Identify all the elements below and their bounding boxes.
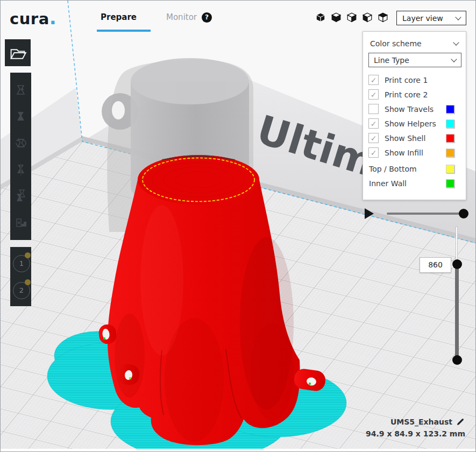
checkbox-show-travels[interactable] [368,104,379,114]
swatch-shell [446,134,454,143]
edit-pencil-icon[interactable] [456,417,465,426]
row-show-travels: Show Travels [368,104,461,115]
chevron-down-icon [455,14,461,20]
scale-tool-icon[interactable] [14,110,28,124]
view-mode-value: Layer view [402,14,456,23]
label-inner-wall: Inner Wall [369,179,407,188]
row-print-core-1: ✓ Print core 1 [368,75,461,86]
view-3d-icon[interactable] [315,12,326,23]
swatch-helpers [446,119,454,128]
color-scheme-label: Color scheme [370,39,422,48]
model-info: UMS5_Exhaust 94.9 x 84.9 x 123.2 mm [366,417,465,438]
row-show-infill: ✓ Show Infill [368,147,461,158]
cura-logo: cura. [10,7,56,29]
label-print-core-1: Print core 1 [385,76,428,84]
checkbox-print-core-2[interactable]: ✓ [368,89,379,100]
label-top-bottom: Top / Bottom [369,165,417,173]
model-dimensions: 94.9 x 84.9 x 123.2 mm [366,429,465,438]
view-mode-dropdown[interactable]: Layer view [396,11,466,25]
layer-slider-bottom-handle[interactable] [452,355,462,365]
active-tab-underline [97,30,151,32]
layer-view-panel: Color scheme Line Type ✓ Print core 1 ✓ … [363,31,466,200]
open-folder-icon [8,44,28,62]
support-blocker-icon[interactable] [14,215,28,229]
tab-monitor[interactable]: Monitor [166,12,197,22]
label-show-helpers: Show Helpers [385,119,436,128]
row-show-shell: ✓ Show Shell [368,133,461,144]
label-show-shell: Show Shell [385,134,425,143]
cura-window: Ultim [0,0,476,452]
chevron-down-icon[interactable] [453,39,459,45]
extruder-panel: 1 2 [10,247,31,306]
swatch-travels [446,105,454,114]
checkbox-print-core-1[interactable]: ✓ [368,75,379,85]
swatch-inner-wall [446,179,454,188]
per-model-settings-icon[interactable] [14,189,28,203]
layer-value-tooltip[interactable]: 860 [420,257,451,273]
label-print-core-2: Print core 2 [385,90,428,99]
view-left-icon[interactable] [362,12,373,23]
swatch-top-bottom [446,165,454,173]
row-show-helpers: ✓ Show Helpers [368,118,461,129]
layer-slider-top-handle[interactable] [452,259,462,269]
simulation-play-button[interactable] [365,208,374,219]
color-scheme-dropdown[interactable]: Line Type [368,53,461,67]
simulation-slider-track[interactable] [387,213,465,215]
move-tool-icon[interactable] [14,83,28,97]
checkbox-show-helpers[interactable]: ✓ [368,118,379,129]
label-show-infill: Show Infill [385,149,423,157]
camera-view-toolbar [315,12,388,23]
view-front-icon[interactable] [331,12,342,23]
row-top-bottom: Top / Bottom [368,164,461,174]
logo-dot: . [49,7,56,29]
open-file-button[interactable] [5,39,31,66]
model-name: UMS5_Exhaust [390,418,452,426]
checkbox-show-shell[interactable]: ✓ [368,133,379,143]
rotate-tool-icon[interactable] [14,136,28,150]
label-show-travels: Show Travels [385,105,434,114]
window-bottom-strip [1,449,476,452]
chevron-down-icon [451,56,457,62]
layer-slider-range[interactable] [455,264,459,361]
swatch-infill [446,149,454,157]
tab-prepare[interactable]: Prepare [101,12,137,22]
color-scheme-value: Line Type [374,56,452,65]
tool-panel [10,73,31,240]
checkbox-show-infill[interactable]: ✓ [368,147,379,158]
row-print-core-2: ✓ Print core 2 [368,89,461,100]
row-inner-wall: Inner Wall [368,178,461,189]
simulation-slider-handle[interactable] [459,209,468,218]
extruder-1-material-dot [25,252,31,258]
extruder-2-material-dot [25,279,31,285]
top-bar: cura. Prepare Monitor ? [1,1,476,33]
monitor-help-icon[interactable]: ? [202,12,212,23]
view-right-icon[interactable] [378,12,388,23]
view-top-icon[interactable] [346,12,357,23]
mirror-tool-icon[interactable] [14,163,28,176]
